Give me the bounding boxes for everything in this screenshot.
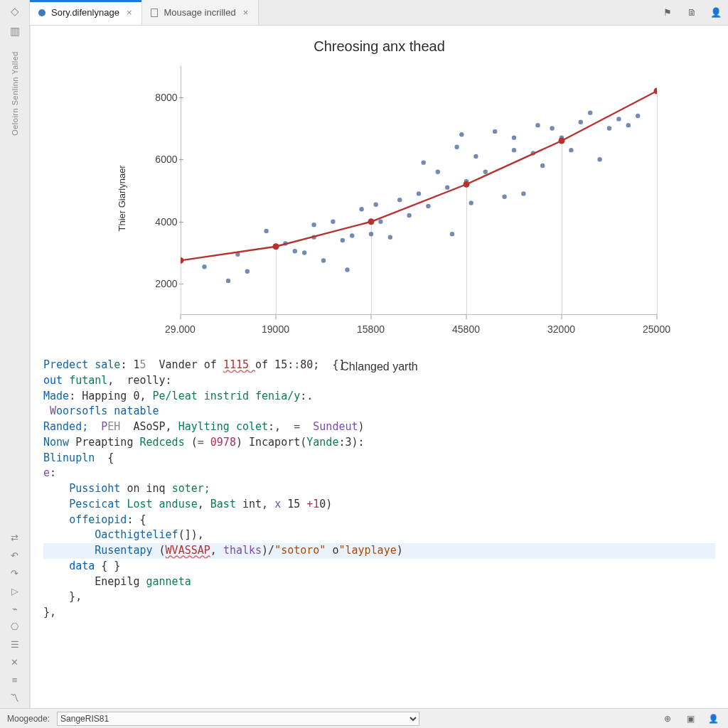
svg-point-16 (368, 232, 373, 236)
code-line[interactable]: }, (43, 589, 715, 605)
x-tick: 15800 (357, 323, 385, 335)
svg-point-41 (540, 164, 545, 168)
chart-xlabel: Chlanged yarth (341, 360, 418, 373)
tab-label: Mousage incrilled (164, 7, 235, 18)
chart-icon[interactable]: 〽 (8, 690, 22, 705)
code-line[interactable]: data { } (43, 559, 715, 574)
list-icon[interactable]: ≡ (8, 673, 22, 687)
y-tick: 6000 (145, 154, 178, 165)
y-tick: 2000 (145, 278, 178, 289)
svg-point-40 (535, 123, 540, 127)
svg-point-28 (454, 145, 459, 149)
code-line[interactable]: e: (43, 466, 715, 481)
code-line[interactable]: Woorsofls natable (43, 404, 715, 419)
tab-mousage-incrilled[interactable]: Mousage incrilled × (142, 0, 259, 25)
svg-point-51 (636, 114, 640, 118)
brackets-icon[interactable]: ⌁ (8, 601, 22, 616)
grid-drop-line (657, 91, 658, 315)
code-editor[interactable]: Predect sale: 15 Vander of 1115 of 15::8… (31, 350, 728, 708)
svg-point-0 (202, 264, 206, 269)
tab-sory-difenlynage[interactable]: Sory.difenlynage × (30, 0, 142, 25)
svg-point-56 (558, 138, 564, 144)
chart-ylabel: Thier Giarlynaer (117, 165, 127, 231)
svg-point-45 (578, 120, 582, 124)
layout-icon[interactable]: ▥ (8, 24, 22, 38)
svg-point-46 (588, 110, 592, 114)
svg-point-22 (416, 191, 420, 196)
code-line[interactable]: Oacthigtelief(]), (43, 528, 715, 543)
svg-point-18 (378, 220, 382, 224)
svg-point-31 (469, 200, 473, 205)
target-icon[interactable]: ⊕ (660, 714, 675, 724)
chart-plot[interactable]: Thier Giarlynaer Chlanged yarth 20004000… (102, 66, 657, 343)
svg-point-24 (426, 204, 430, 208)
svg-point-19 (387, 235, 392, 239)
svg-point-27 (449, 232, 454, 236)
pin-icon[interactable]: ⚑ (655, 0, 680, 25)
svg-point-42 (550, 126, 554, 130)
close-tab-icon[interactable]: × (242, 7, 250, 18)
code-line[interactable]: }, (43, 605, 715, 621)
svg-point-17 (373, 202, 378, 206)
chart-svg (181, 66, 657, 315)
svg-point-12 (340, 238, 344, 242)
swap-icon[interactable]: ⇄ (8, 530, 22, 545)
left-gutter: ◇ ▥ Oeloirn Senlinn Yalled ⇄ ↶ ↷ ▷ ⌁ ⎔ ☰… (0, 0, 30, 728)
svg-point-32 (473, 154, 478, 159)
db-icon[interactable]: ☰ (8, 637, 22, 651)
svg-point-34 (493, 129, 497, 134)
code-line[interactable]: Blinupln { (43, 451, 715, 466)
user-icon[interactable]: 👤 (704, 0, 728, 25)
svg-point-54 (368, 218, 374, 225)
redo-icon[interactable]: ↷ (8, 566, 22, 580)
svg-point-3 (245, 269, 249, 274)
code-icon[interactable]: ⎔ (8, 619, 22, 633)
x-tick: 32000 (547, 323, 575, 335)
code-line[interactable]: Nonw Preapting Redceds (= 0978) Incaport… (43, 435, 715, 451)
close-icon[interactable]: ✕ (8, 655, 22, 669)
code-line[interactable]: Randed; PEH ASoSP, Haylting colet:, = Su… (43, 419, 715, 435)
y-tick: 4000 (145, 216, 178, 228)
svg-point-11 (331, 220, 335, 224)
user-icon[interactable]: 👤 (705, 714, 721, 724)
panel-icon[interactable]: ▣ (682, 714, 698, 724)
svg-point-36 (511, 148, 515, 152)
svg-point-53 (272, 243, 279, 250)
svg-point-29 (459, 132, 464, 136)
code-line[interactable]: Made: Happing 0, Pe/leat instrid fenia/y… (43, 389, 715, 405)
tab-bar: Sory.difenlynage × Mousage incrilled × ⚑… (30, 0, 728, 26)
new-file-icon[interactable]: 🗎 (680, 0, 704, 25)
undo-icon[interactable]: ↶ (8, 548, 22, 562)
y-tick: 8000 (145, 92, 178, 103)
svg-point-7 (302, 250, 306, 255)
tab-doc-icon (151, 9, 158, 17)
svg-point-21 (407, 213, 411, 218)
editor-content: Chreosing anx thead Thier Giarlynaer Chl… (30, 26, 728, 708)
gutter-vertical-label: Oeloirn Senlinn Yalled (11, 51, 19, 136)
close-tab-icon[interactable]: × (125, 7, 134, 18)
svg-point-44 (569, 148, 573, 152)
code-line[interactable]: Enepilg ganneta (43, 574, 715, 590)
x-tick: 45800 (452, 323, 480, 335)
svg-point-14 (350, 233, 354, 237)
svg-point-52 (181, 257, 184, 264)
status-mode-select[interactable]: SangeRIS81 (57, 712, 419, 726)
tab-label: Sory.difenlynage (51, 7, 119, 18)
svg-point-6 (292, 249, 296, 253)
tab-dot-icon (38, 9, 46, 16)
svg-point-13 (345, 267, 349, 272)
code-line[interactable]: out futanl, reolly: (43, 373, 715, 389)
x-tick: 19000 (262, 323, 289, 335)
svg-point-35 (502, 195, 506, 199)
diamond-icon[interactable]: ◇ (8, 4, 22, 18)
svg-point-37 (511, 135, 515, 139)
code-line[interactable]: Pussioht on inq soter; (43, 481, 715, 497)
chart-title: Chreosing anx thead (73, 38, 685, 55)
code-line[interactable]: Pescicat Lost anduse, Bast int, x 15 +10… (43, 497, 715, 513)
code-line[interactable]: Rusentapy (WVASSAP, thalks)/"sotoro" o"l… (43, 543, 715, 559)
play-icon[interactable]: ▷ (8, 584, 22, 598)
svg-point-9 (311, 223, 316, 227)
code-line[interactable]: offeiopid: { (43, 513, 715, 528)
svg-point-48 (606, 126, 611, 130)
svg-point-47 (597, 157, 601, 161)
